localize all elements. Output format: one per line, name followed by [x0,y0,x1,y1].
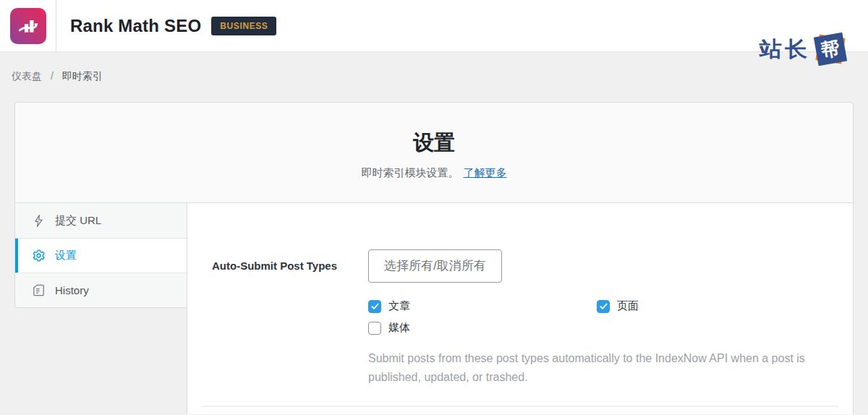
field-description: Submit posts from these post types autom… [368,349,838,387]
auto-submit-field-row: Auto-Submit Post Types 选择所有/取消所有 文章 [187,203,853,387]
breadcrumb-dashboard-link[interactable]: 仪表盘 [12,70,42,82]
settings-panel-header: 设置 即时索引模块设置。了解更多 [14,102,854,203]
learn-more-link[interactable]: 了解更多 [464,166,507,179]
watermark-blue-square: 帮 [814,33,847,66]
checkbox-box[interactable] [368,322,381,335]
watermark-badge: 帮 [815,34,846,64]
breadcrumb-separator: / [51,70,54,82]
app-header: Rank Math SEO BUSINESS [0,0,868,52]
tab-submit-url[interactable]: 提交 URL [15,203,187,238]
post-type-checkbox-group: 文章 页面 [368,299,838,335]
checkbox-box[interactable] [597,300,610,313]
check-icon [370,301,380,311]
checkbox-media[interactable]: 媒体 [368,321,597,335]
tab-label: History [55,284,89,296]
tab-label: 提交 URL [55,214,101,228]
panel-subtitle: 即时索引模块设置。了解更多 [15,166,853,180]
chart-logo-icon [17,14,40,38]
header-divider [56,0,56,52]
zhanzhangbang-watermark: 站长 帮 [760,34,846,64]
field-control: 选择所有/取消所有 文章 [368,249,838,387]
rank-math-logo [10,8,46,44]
settings-tab-list: 提交 URL 设置 History [14,203,187,308]
history-icon [32,283,46,297]
checkbox-label: 文章 [388,299,410,313]
checkbox-label: 媒体 [388,321,410,335]
breadcrumb: 仪表盘 / 即时索引 [12,70,868,82]
checkbox-label: 页面 [617,299,639,313]
watermark-text: 站长 [760,38,810,59]
check-icon [599,301,608,311]
breadcrumb-current: 即时索引 [62,70,103,82]
row-separator [202,406,838,407]
page-title: Rank Math SEO [70,16,201,36]
panel-subtitle-text: 即时索引模块设置。 [362,166,459,179]
lightning-icon [32,214,46,228]
field-label: Auto-Submit Post Types [212,249,368,387]
tab-label: 设置 [55,249,77,262]
gear-icon [32,249,46,262]
tab-history[interactable]: History [15,273,187,307]
tab-settings[interactable]: 设置 [15,238,187,273]
checkbox-box[interactable] [368,300,381,313]
panel-title: 设置 [15,103,853,158]
checkbox-page[interactable]: 页面 [597,299,639,313]
select-all-toggle-button[interactable]: 选择所有/取消所有 [368,249,502,283]
settings-content: Auto-Submit Post Types 选择所有/取消所有 文章 [187,203,854,414]
settings-panel-body: 提交 URL 设置 History Auto-Submit Post Ty [14,203,854,414]
checkbox-post[interactable]: 文章 [368,299,597,313]
plan-badge: BUSINESS [211,17,276,35]
